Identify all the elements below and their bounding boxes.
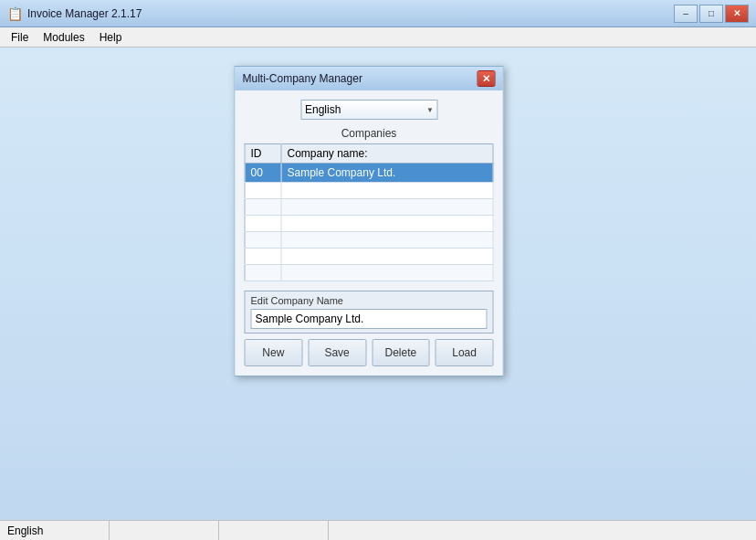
dialog-body: English French German Spanish Companies … xyxy=(236,90,503,376)
table-row[interactable] xyxy=(245,232,493,249)
app-icon: 📋 xyxy=(7,6,22,21)
table-row[interactable] xyxy=(245,265,493,281)
edit-company-input[interactable] xyxy=(251,309,488,329)
window-close-button[interactable]: ✕ xyxy=(725,5,749,23)
table-row[interactable] xyxy=(245,183,493,199)
multi-company-dialog: Multi-Company Manager ✕ English French G… xyxy=(235,66,504,376)
menu-file[interactable]: File xyxy=(4,29,36,46)
statusbar: English xyxy=(0,520,756,540)
statusbar-language: English xyxy=(0,521,110,540)
load-button[interactable]: Load xyxy=(436,339,494,366)
companies-section-label: Companies xyxy=(245,127,494,140)
dialog-titlebar: Multi-Company Manager ✕ xyxy=(236,67,503,90)
language-select-wrapper: English French German Spanish xyxy=(300,100,437,120)
row-id: 00 xyxy=(245,164,281,183)
app-title: Invoice Manager 2.1.17 xyxy=(27,7,674,20)
maximize-button[interactable]: □ xyxy=(699,5,723,23)
menu-modules[interactable]: Modules xyxy=(36,29,91,46)
save-button[interactable]: Save xyxy=(308,339,366,366)
col-header-id: ID xyxy=(245,144,281,164)
new-button[interactable]: New xyxy=(245,339,303,366)
delete-button[interactable]: Delete xyxy=(372,339,430,366)
dialog-close-button[interactable]: ✕ xyxy=(478,70,496,87)
window-controls: – □ ✕ xyxy=(674,5,749,23)
statusbar-segment-3 xyxy=(219,521,329,540)
companies-table: ID Company name: 00 Sample Company Ltd. xyxy=(245,143,494,281)
language-row: English French German Spanish xyxy=(245,100,494,120)
titlebar: 📋 Invoice Manager 2.1.17 – □ ✕ xyxy=(0,0,756,27)
row-id xyxy=(245,232,281,249)
table-row[interactable] xyxy=(245,249,493,265)
row-id xyxy=(245,183,281,199)
row-company-name xyxy=(281,216,493,232)
table-row[interactable] xyxy=(245,216,493,232)
menubar: File Modules Help xyxy=(0,27,756,48)
main-content: Multi-Company Manager ✕ English French G… xyxy=(0,48,756,520)
dialog-title: Multi-Company Manager xyxy=(243,72,362,85)
row-id xyxy=(245,199,281,216)
table-row[interactable] xyxy=(245,199,493,216)
col-header-name: Company name: xyxy=(281,144,493,164)
row-company-name: Sample Company Ltd. xyxy=(281,164,493,183)
language-select[interactable]: English French German Spanish xyxy=(300,100,437,120)
minimize-button[interactable]: – xyxy=(674,5,698,23)
row-id xyxy=(245,216,281,232)
row-company-name xyxy=(281,249,493,265)
row-company-name xyxy=(281,199,493,216)
row-company-name xyxy=(281,183,493,199)
dialog-buttons: New Save Delete Load xyxy=(245,339,494,366)
row-company-name xyxy=(281,265,493,281)
table-row[interactable]: 00 Sample Company Ltd. xyxy=(245,164,493,183)
menu-help[interactable]: Help xyxy=(92,29,130,46)
row-id xyxy=(245,249,281,265)
row-id xyxy=(245,265,281,281)
edit-company-label: Edit Company Name xyxy=(251,295,488,306)
statusbar-segment-2 xyxy=(110,521,219,540)
row-company-name xyxy=(281,232,493,249)
edit-company-section: Edit Company Name xyxy=(245,291,494,334)
